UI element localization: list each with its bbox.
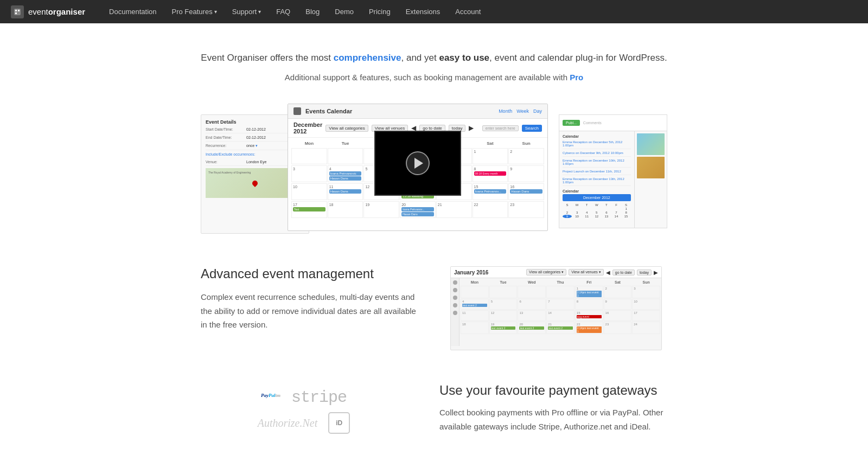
table-row: 8 [575,299,603,310]
table-row: 4Ioana PetrvanovicHasan Dans [328,165,363,182]
nav-links: Documentation Pro Features▾ Support▾ FAQ… [101,0,488,23]
table-row [291,148,327,164]
advanced-event-section: Advanced event management Complex event … [201,266,667,350]
jan-grid: MonTueWed ThuFriSatSun 12:14pm test even… [451,278,661,346]
navigation: eventorganiser Documentation Pro Feature… [0,0,868,23]
table-row: 3 [291,165,327,182]
brand-logo[interactable]: eventorganiser [11,5,85,18]
img-thumb-2 [637,157,665,178]
comprehensive-text: comprehensive [334,53,401,63]
icon-dot [453,303,457,307]
pro-link[interactable]: Pro [570,73,583,82]
nav-faq[interactable]: FAQ [269,0,298,23]
mini-cal-grid: SMTWTFS 1 2345678 9101112131415 [563,203,631,218]
svg-rect-1 [15,10,17,11]
stripe-logo: stripe [291,388,347,407]
nav-support[interactable]: Support▾ [225,0,269,23]
video-overlay[interactable] [374,131,461,196]
table-row: 16Hasan Dans [508,183,544,200]
table-row: 9 [604,299,632,310]
table-row [489,286,518,298]
day-sun: Sun [508,140,544,147]
payment-title: Use your favourite payment gateways [439,383,667,398]
jan-filter2[interactable]: View all venues ▾ [569,269,603,275]
search-box[interactable]: enter search here [482,125,519,131]
table-row: 3 [632,286,660,298]
table-row: 10 [291,183,327,200]
week-link[interactable]: Week [516,108,529,114]
table-row: 19test event 2 [489,322,518,334]
jan-next[interactable]: ▶ [654,270,658,275]
filter1-btn[interactable]: View all categories [326,125,368,132]
jan-week-1: 12:14pm test event 1 2 3 [461,286,660,298]
table-row: 18 [328,201,363,218]
list-item[interactable]: Project Launch on December 11th, 2012 [563,170,631,175]
jan-month-label: January 2016 [454,270,488,275]
table-row: 24 [632,322,660,334]
icon-dot [453,288,457,292]
cal-week-4: 17Test 18 19 20Ioana Petrvanov...Hasan D… [291,201,544,218]
nav-blog[interactable]: Blog [298,0,327,23]
hero-subtext: Additional support & features, such as b… [201,73,667,82]
image-panel [635,131,667,228]
calendar-title: Events Calendar [305,108,352,114]
nav-demo[interactable]: Demo [327,0,361,23]
svg-rect-3 [15,12,17,14]
month-link[interactable]: Month [499,108,512,114]
list-item[interactable]: Emma Reception on December 13th, 2012 1:… [563,177,631,186]
day-mon: Mon [291,140,327,147]
jan-today[interactable]: today [637,270,652,275]
sr-content: Calendar Emma Reception on December 5th,… [559,131,667,228]
table-row: 23 [508,201,544,218]
calendar-icon [293,107,301,115]
table-row [328,148,363,164]
search-button[interactable]: Search [522,125,542,132]
nav-extensions[interactable]: Extensions [398,0,448,23]
jan-cal-header: January 2016 View all categories ▾ View … [451,267,661,278]
table-row: 21test event 2 [546,322,575,334]
next-btn[interactable]: ▶ [469,124,474,132]
table-row [518,286,546,298]
play-button[interactable] [406,151,430,175]
list-item[interactable]: Emma Reception on December 5th, 2012 1:0… [563,140,631,149]
table-row: 15Ioana Petrvanov... [473,183,508,200]
table-row: 18 [461,322,489,334]
publish-btn[interactable]: Publ... [563,120,580,126]
table-row: 11 [461,310,489,321]
jan-left-icons [451,278,459,346]
calendar-label: Calendar [563,134,631,138]
table-row: 19 [363,201,399,218]
nav-pricing[interactable]: Pricing [361,0,398,23]
table-row: 10 [632,299,660,310]
payment-row-2: Authorize.Net iD [258,412,350,434]
table-row: 2 [508,148,544,164]
day-link[interactable]: Day [533,108,542,114]
nav-pro-features[interactable]: Pro Features▾ [164,0,225,23]
jan-days-header: MonTueWed ThuFriSatSun [461,279,660,285]
arrow-icon: ▾ [258,9,261,15]
jan-prev[interactable]: ◀ [606,270,610,275]
table-row: 15aug event [575,310,603,321]
nav-documentation[interactable]: Documentation [101,0,164,23]
table-row: 5 [489,299,518,310]
authnet-logo: Authorize.Net [258,417,318,429]
table-row: 11Hasan Dans [328,183,363,200]
list-item[interactable]: Emma Reception on December 10th, 2012 1:… [563,159,631,168]
mini-cal: December 2012 [563,194,631,201]
table-row: 808:18 Every month [473,165,508,182]
nav-account[interactable]: Account [448,0,488,23]
cal-nav: Month Week Day [499,108,542,114]
table-row: 7 [546,299,575,310]
table-row: 17 [632,310,660,321]
jan-filter1[interactable]: View all categories ▾ [526,269,566,275]
table-row: 20Ioana Petrvanov...Hasan Dans [400,201,436,218]
payment-description: Collect booking payments with Pro offlin… [439,406,667,433]
jan-goto[interactable]: go to date [612,270,635,275]
list-item[interactable]: Cyberco on December 9th, 2012 10:00pm [563,151,631,157]
table-row: 20test event 2 [518,322,546,334]
include-exclude-link[interactable]: Include/Exclude occurrences: [206,152,255,156]
table-row: 9 [508,165,544,182]
table-row [546,286,575,298]
jan-week-2: 4test event 2 5 6 7 8 9 10 [461,299,660,310]
table-row: 22 [473,201,508,218]
